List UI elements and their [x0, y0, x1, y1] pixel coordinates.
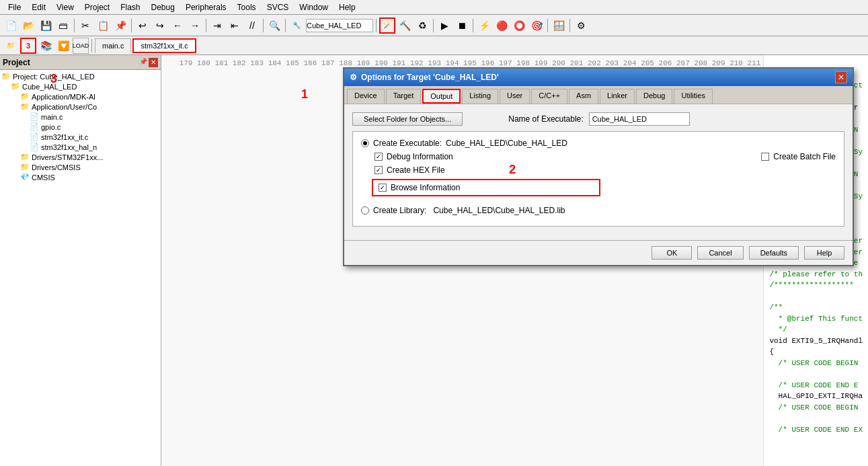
tree-item[interactable]: 📁Cube_HAL_LED: [1, 81, 159, 91]
dtab-output[interactable]: Output: [422, 89, 461, 104]
tb-save-all[interactable]: 🗃: [55, 17, 71, 34]
sidebar-header: Project 📌 ✕: [0, 55, 161, 70]
menu-flash[interactable]: Flash: [115, 1, 145, 13]
tree-item[interactable]: 📁Application/User/Co: [1, 102, 159, 112]
tree-item[interactable]: 📁Drivers/STM32F1xx...: [1, 152, 159, 162]
debug-info-checkbox[interactable]: [374, 153, 383, 161]
tb-project-num[interactable]: 3: [20, 38, 36, 54]
browse-info-row: Browse Information: [372, 179, 600, 196]
help-button[interactable]: Help: [804, 246, 844, 260]
ok-button[interactable]: OK: [652, 246, 692, 260]
create-hex-checkbox[interactable]: [374, 166, 383, 174]
menu-peripherals[interactable]: Peripherals: [180, 1, 232, 13]
dtab-debug[interactable]: Debug: [636, 89, 672, 104]
options-dialog[interactable]: ⚙ Options for Target 'Cube_HAL_LED' ✕ De…: [343, 67, 854, 266]
tree-item[interactable]: 📁Drivers/CMSIS: [1, 162, 159, 172]
create-exe-row: Create Executable: Cube_HAL_LED\Cube_HAL…: [361, 139, 836, 148]
dtab-utilities[interactable]: Utilities: [674, 89, 712, 104]
tb-extra1[interactable]: ⚡: [476, 17, 492, 34]
tb-target-options[interactable]: 🔧: [288, 17, 305, 34]
tab-stm32-it[interactable]: stm32f1xx_it.c: [132, 38, 196, 53]
create-exe-value: Cube_HAL_LED\Cube_HAL_LED: [446, 139, 567, 148]
tb-books[interactable]: 📚: [38, 38, 54, 54]
tb-find[interactable]: 🔍: [266, 17, 282, 34]
select-folder-btn[interactable]: Select Folder for Objects...: [352, 112, 463, 126]
debug-info-label: Debug Information: [387, 152, 453, 161]
tree-item[interactable]: 💎CMSIS: [1, 172, 159, 182]
dtab-linker[interactable]: Linker: [600, 89, 635, 104]
tb-copy[interactable]: 📋: [95, 17, 111, 34]
menu-svcs[interactable]: SVCS: [262, 1, 294, 13]
executable-input[interactable]: [589, 112, 690, 126]
browse-info-checkbox[interactable]: [379, 184, 387, 192]
menu-tools[interactable]: Tools: [232, 1, 262, 13]
tree-item[interactable]: 📄stm32f1xx_it.c: [1, 132, 159, 142]
tb-back[interactable]: ←: [169, 17, 186, 34]
menu-help[interactable]: Help: [333, 1, 361, 13]
tb-extra2[interactable]: 🔴: [494, 17, 510, 34]
dtab-cc[interactable]: C/C++: [531, 89, 567, 104]
tb-build[interactable]: 🔨: [397, 17, 413, 34]
dtab-user[interactable]: User: [500, 89, 530, 104]
sidebar-pin-icon[interactable]: 📌: [139, 58, 147, 67]
menu-view[interactable]: View: [51, 1, 79, 13]
tree-label: Application/MDK-Al: [32, 93, 95, 101]
menu-edit[interactable]: Edit: [26, 1, 51, 13]
create-exe-radio[interactable]: [361, 139, 369, 147]
tb-open[interactable]: 📂: [20, 17, 36, 34]
tb-forward[interactable]: →: [187, 17, 203, 34]
cancel-button[interactable]: Cancel: [697, 246, 743, 260]
tb-window[interactable]: 🪟: [551, 17, 567, 34]
tree-icon: 📄: [30, 122, 39, 131]
menu-project[interactable]: Project: [79, 1, 115, 13]
tree-label: stm32f1xx_it.c: [41, 133, 88, 141]
create-lib-value: Cube_HAL_LED\Cube_HAL_LED.lib: [433, 206, 565, 215]
tb-comment[interactable]: //: [244, 17, 260, 34]
dtab-device[interactable]: Device: [347, 89, 385, 104]
sidebar-controls: 📌 ✕: [139, 58, 158, 67]
menu-file[interactable]: File: [3, 1, 26, 13]
main-toolbar: 📄 📂 💾 🗃 ✂ 📋 📌 ↩ ↪ ← → ⇥ ⇤ // 🔍 🔧 🪄 🔨 ♻ ▶…: [0, 15, 868, 36]
tree-label: Drivers/STM32F1xx...: [32, 153, 103, 161]
tb-cut[interactable]: ✂: [77, 17, 93, 34]
tree-item[interactable]: 📁Project: Cube_HAL_LED: [1, 71, 159, 81]
tb-rebuild[interactable]: ♻: [414, 17, 430, 34]
tb-project-view[interactable]: 📁: [3, 38, 19, 54]
tab-main-c[interactable]: main.c: [95, 38, 131, 53]
tb-debug-stop[interactable]: ⏹: [454, 17, 470, 34]
tree-label: Drivers/CMSIS: [32, 163, 81, 171]
tb-load[interactable]: LOAD: [73, 38, 89, 54]
tb-outdent[interactable]: ⇤: [227, 17, 243, 34]
create-lib-label: Create Library:: [373, 206, 426, 215]
create-lib-radio[interactable]: [361, 206, 369, 215]
menu-window[interactable]: Window: [294, 1, 333, 13]
target-name-input[interactable]: [306, 19, 373, 32]
sidebar-tree: 📁Project: Cube_HAL_LED📁Cube_HAL_LED📁Appl…: [0, 70, 161, 466]
dialog-close-button[interactable]: ✕: [835, 71, 847, 83]
tb-tb-extra[interactable]: 🔽: [55, 38, 71, 54]
tb-indent[interactable]: ⇥: [209, 17, 225, 34]
tb-save[interactable]: 💾: [38, 17, 54, 34]
tree-item[interactable]: 📁Application/MDK-Al: [1, 91, 159, 102]
dtab-target[interactable]: Target: [386, 89, 422, 104]
defaults-button[interactable]: Defaults: [749, 246, 799, 260]
tree-item[interactable]: 📄gpio.c: [1, 122, 159, 132]
tb-debug-start[interactable]: ▶: [436, 17, 452, 34]
menu-debug[interactable]: Debug: [146, 1, 180, 13]
tb-new[interactable]: 📄: [3, 17, 19, 34]
tb-paste[interactable]: 📌: [112, 17, 128, 34]
tb-extra3[interactable]: ⭕: [511, 17, 527, 34]
tb-sep-9: [547, 19, 548, 32]
tb-undo[interactable]: ↩: [134, 17, 151, 34]
sidebar-close-btn[interactable]: ✕: [149, 58, 158, 67]
tb-redo[interactable]: ↪: [152, 17, 168, 34]
tb-settings[interactable]: ⚙: [573, 17, 589, 34]
create-batch-checkbox[interactable]: [761, 153, 769, 161]
tb-extra4[interactable]: 🎯: [528, 17, 545, 34]
dtab-asm[interactable]: Asm: [569, 89, 598, 104]
tb-magic-wand[interactable]: 🪄: [379, 17, 395, 34]
tree-item[interactable]: 📄main.c: [1, 112, 159, 122]
tree-icon: 💎: [20, 173, 30, 182]
tree-item[interactable]: 📄stm32f1xx_hal_n: [1, 142, 159, 152]
dtab-listing[interactable]: Listing: [462, 89, 498, 104]
